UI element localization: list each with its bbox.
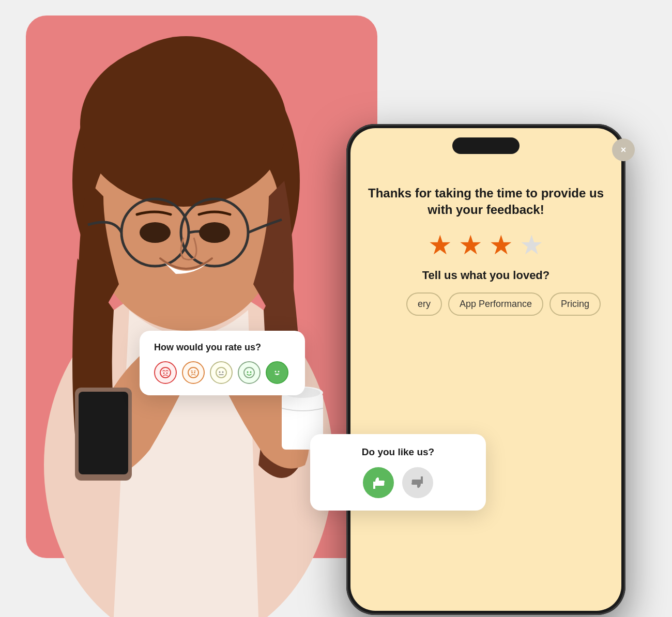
person-image — [0, 0, 398, 617]
svg-point-18 — [191, 372, 193, 374]
emoji-neutral[interactable] — [210, 361, 233, 384]
feedback-title: Thanks for taking the time to provide us… — [366, 185, 606, 219]
thumbs-down-button[interactable] — [402, 467, 433, 498]
svg-point-29 — [278, 371, 280, 373]
emoji-angry[interactable] — [154, 361, 177, 384]
thumbs-up-button[interactable] — [363, 467, 394, 498]
scene: Thanks for taking the time to provide us… — [0, 0, 672, 617]
star-3[interactable]: ★ — [489, 232, 513, 258]
svg-rect-10 — [79, 392, 128, 474]
svg-point-8 — [199, 222, 230, 243]
emoji-sad[interactable] — [182, 361, 205, 384]
svg-point-16 — [166, 373, 168, 374]
phone-device: Thanks for taking the time to provide us… — [346, 124, 625, 615]
emoji-row — [154, 361, 291, 384]
rating-card-title: How would you rate us? — [154, 342, 291, 353]
like-card: Do you like us? — [310, 434, 486, 511]
stars-row: ★ ★ ★ ★ — [428, 232, 544, 258]
like-row — [326, 467, 470, 498]
svg-point-19 — [194, 372, 195, 374]
svg-point-24 — [244, 367, 254, 378]
svg-point-15 — [163, 373, 165, 374]
svg-point-17 — [188, 367, 198, 378]
star-2[interactable]: ★ — [459, 232, 483, 258]
svg-point-20 — [216, 367, 226, 378]
phone-screen: Thanks for taking the time to provide us… — [350, 128, 621, 611]
svg-point-7 — [140, 222, 171, 243]
tags-row: ery App Performance Pricing — [366, 292, 606, 316]
emoji-excited[interactable] — [266, 361, 288, 384]
tag-app-performance[interactable]: App Performance — [448, 292, 543, 316]
svg-point-26 — [250, 372, 252, 373]
phone-notch — [452, 137, 520, 154]
star-4[interactable]: ★ — [520, 232, 544, 258]
tag-pricing[interactable]: Pricing — [549, 292, 601, 316]
svg-point-28 — [275, 371, 277, 373]
emoji-happy[interactable] — [238, 361, 261, 384]
close-button[interactable]: × — [612, 138, 635, 161]
svg-point-21 — [219, 372, 221, 373]
phone-content: Thanks for taking the time to provide us… — [350, 164, 621, 611]
svg-point-27 — [272, 367, 282, 378]
star-1[interactable]: ★ — [428, 232, 452, 258]
like-card-title: Do you like us? — [326, 446, 470, 458]
svg-point-25 — [247, 372, 249, 373]
tag-partial[interactable]: ery — [406, 292, 442, 316]
svg-point-4 — [80, 41, 287, 207]
svg-point-14 — [160, 367, 171, 378]
svg-point-22 — [222, 372, 224, 373]
loved-question: Tell us what you loved? — [422, 269, 550, 282]
rating-card: How would you rate us? — [140, 331, 305, 395]
